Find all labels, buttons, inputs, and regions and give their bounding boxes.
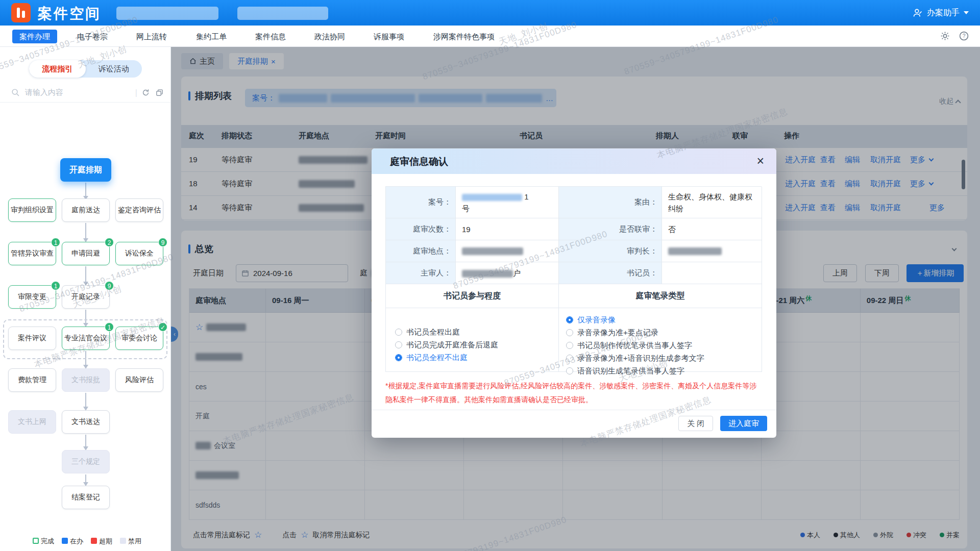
flow-step-hearing-schedule[interactable]: 开庭排期 [60,158,111,182]
tab-process-guide[interactable]: 流程指引 [29,60,86,78]
layers-icon[interactable] [155,88,164,97]
hearing-confirm-dialog: 庭审信息确认 × 案号： 1 号 案由： 生命权、身体权、健康权纠纷 庭审次数：… [372,148,776,438]
flow-status-legend: 完成 在办 超期 禁用 [33,537,141,546]
flow-step-appraisal[interactable]: 鉴定咨询评估 [115,198,163,222]
radio-icon [566,329,573,336]
check-badge: ✓ [158,322,167,332]
participation-options: 书记员全程出庭 书记员完成开庭准备后退庭 书记员全程不出庭 [386,308,559,372]
chief-judge-value: 户 [456,262,559,284]
svg-text:?: ? [963,33,966,39]
help-icon[interactable]: ? [959,31,969,41]
nav-item-service[interactable]: 诉服事项 [369,30,409,43]
radio-option[interactable]: 录音录像为准+语音识别生成参考文字 [566,352,762,364]
nav-item-case-handling[interactable]: 案件办理 [12,30,57,43]
nav-item-case-info[interactable]: 案件信息 [250,30,291,43]
count-badge: 9 [158,238,167,247]
flow-step-risk-assess[interactable]: 风险评估 [115,368,163,392]
flow-arrow [85,266,86,282]
radio-option[interactable]: 语音识别生成笔录供当事人签字 [566,364,762,377]
radio-option[interactable]: 书记员制作传统笔录供当事人签字 [566,339,762,352]
flow-step-doc-delivery[interactable]: 文书送达 [62,410,110,434]
radio-option[interactable]: 书记员完成开庭准备后退庭 [395,338,558,351]
field-label: 书记员： [559,262,662,284]
presiding-judge-value [662,240,762,262]
sidebar-search[interactable]: 请输入内容 | [0,83,171,103]
radio-option[interactable]: 录音录像为准+要点记录 [566,326,762,339]
redacted-text [462,194,522,201]
radio-option-selected[interactable]: 仅录音录像 [566,313,762,326]
case-number-value: 1 号 [456,187,559,218]
app-window: 案件空间 办案助手 案件办理 电子卷宗 网上流转 集约工单 案件信息 政法协同 … [0,0,980,551]
nav-item-politics-law[interactable]: 政法协同 [309,30,350,43]
refresh-icon[interactable] [141,88,150,97]
live-broadcast-warning: *根据规定,案件庭审直播需要进行风险评估,经风险评估较高的案件、涉敏感案件、涉密… [385,379,763,407]
radio-icon [395,329,402,336]
redacted-text [462,270,513,278]
redacted-header-text [116,7,218,20]
flow-step-doc-approval[interactable]: 文书报批 [62,368,110,392]
count-badge: 1 [51,281,60,290]
location-value [456,240,559,262]
clerk-value [662,262,762,284]
flow-arrow [85,183,86,196]
flow-step-preservation[interactable]: 诉讼保全9 [115,242,163,265]
assistant-menu[interactable]: 办案助手 [913,0,969,26]
field-label: 案号： [386,187,456,218]
radio-icon [395,341,402,348]
flow-arrow [85,223,86,238]
gear-icon[interactable] [940,31,950,41]
radio-icon [566,355,573,362]
radio-icon [566,367,573,374]
search-icon [11,88,20,97]
flow-step-doc-publish[interactable]: 文书上网 [8,410,56,434]
process-sidebar: 流程指引 诉讼活动 请输入内容 | [0,47,171,551]
divider [372,410,776,410]
hearing-info-table: 案号： 1 号 案由： 生命权、身体权、健康权纠纷 庭审次数： 19 是否联审：… [385,186,762,372]
session-count-value: 19 [456,218,559,240]
enter-hearing-button[interactable]: 进入庭审 [720,416,767,431]
radio-icon [566,342,573,349]
close-button[interactable]: 关 闭 [678,416,713,431]
app-title: 案件空间 [38,4,101,23]
radio-option-selected[interactable]: 书记员全程不出庭 [395,351,558,364]
radio-icon [566,316,573,323]
flow-step-committee[interactable]: 审委会讨论✓ [115,327,163,350]
close-icon[interactable]: × [756,154,764,168]
flow-step-recusal[interactable]: 申请回避2 [62,242,110,265]
radio-icon [395,354,402,361]
redacted-text [668,247,722,255]
flow-step-three-rules[interactable]: 三个规定 [62,450,110,473]
nav-item-e-files[interactable]: 电子卷宗 [72,30,113,43]
redacted-text [462,247,523,255]
divider: | [135,88,137,97]
redacted-header-text [237,7,328,20]
flow-step-case-review[interactable]: 案件评议 [8,327,56,350]
record-type-options: 仅录音录像 录音录像为准+要点记录 书记员制作传统笔录供当事人签字 录音录像为准… [559,308,762,372]
top-header: 案件空间 办案助手 [0,0,980,26]
flow-step-fee-mgmt[interactable]: 费款管理 [8,368,56,392]
field-label: 是否联审： [559,218,662,240]
chevron-down-icon [964,11,969,14]
flow-arrow [85,474,86,482]
count-badge: 2 [105,238,114,247]
dialog-header: 庭审信息确认 × [372,148,776,174]
flow-step-pretrial-delivery[interactable]: 庭前送达 [62,198,110,222]
count-badge: 9 [105,281,114,290]
field-label: 主审人： [386,262,456,284]
radio-option[interactable]: 书记员全程出庭 [395,325,558,338]
process-flowchart: 开庭排期 审判组织设置 庭前送达 鉴定咨询评估 管辖异议审查1 申请回避2 诉讼… [0,104,171,531]
tab-litigation-activity[interactable]: 诉讼活动 [86,60,142,78]
nav-item-online-flow[interactable]: 网上流转 [131,30,172,43]
assistant-label: 办案助手 [927,8,960,18]
flow-arrow [85,393,86,407]
flow-step-judge-meeting[interactable]: 专业法官会议1 [62,327,110,350]
flow-step-hearing-record[interactable]: 开庭记录9 [62,285,110,309]
nav-item-net-cases[interactable]: 涉网案件特色事项 [428,30,500,43]
flow-step-case-close[interactable]: 结案登记 [62,486,110,509]
app-logo-icon [11,3,31,22]
flow-step-time-limit-change[interactable]: 审限变更1 [8,285,56,309]
flow-arrow [85,435,86,446]
nav-item-work-orders[interactable]: 集约工单 [191,30,232,43]
flow-step-jurisdiction-review[interactable]: 管辖异议审查1 [8,242,56,265]
flow-step-trial-org[interactable]: 审判组织设置 [8,198,56,222]
